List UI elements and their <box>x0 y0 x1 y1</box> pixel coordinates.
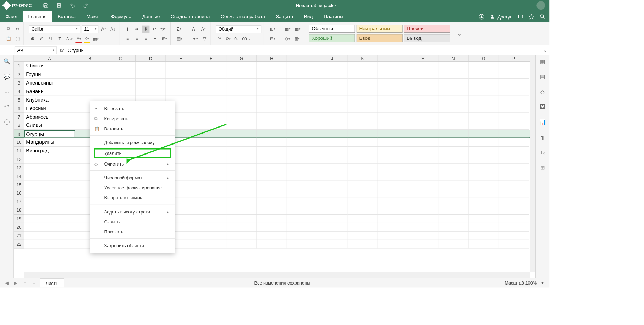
cell[interactable] <box>347 155 378 164</box>
cell[interactable] <box>499 223 529 232</box>
fill-color-button[interactable]: ◊▾ <box>84 35 90 42</box>
delete-cells-icon[interactable]: ⊟▾ <box>269 35 276 42</box>
cell[interactable] <box>378 96 408 104</box>
cell[interactable] <box>257 164 287 172</box>
cell[interactable] <box>226 121 257 130</box>
cell[interactable] <box>166 79 196 87</box>
cell[interactable] <box>257 189 287 197</box>
row-header[interactable]: 7 <box>14 113 24 121</box>
cell[interactable] <box>226 62 257 70</box>
cell[interactable] <box>226 96 257 104</box>
textart-settings-icon[interactable]: Tₐ <box>539 149 546 156</box>
cell[interactable] <box>347 130 378 137</box>
autosum-icon[interactable]: Σ▾ <box>176 25 182 32</box>
cell[interactable] <box>438 104 468 113</box>
cell[interactable] <box>287 147 317 155</box>
italic-button[interactable]: К <box>38 35 45 42</box>
cell[interactable] <box>499 87 529 96</box>
cell[interactable] <box>287 223 317 232</box>
cell[interactable] <box>468 215 499 223</box>
cell[interactable] <box>287 79 317 87</box>
cell[interactable] <box>347 113 378 121</box>
cell[interactable] <box>257 215 287 223</box>
font-color-button[interactable]: A▾ <box>76 35 82 42</box>
cell[interactable] <box>378 164 408 172</box>
cell[interactable] <box>499 180 529 189</box>
increase-font-icon[interactable]: A↑ <box>100 25 107 32</box>
column-header[interactable]: A <box>24 55 75 61</box>
menu-макет[interactable]: Макет <box>81 11 105 22</box>
save-icon[interactable] <box>43 2 49 9</box>
cell[interactable] <box>196 172 226 181</box>
cell[interactable] <box>408 155 438 164</box>
cell[interactable] <box>196 121 226 130</box>
cell[interactable] <box>347 232 378 240</box>
cell[interactable] <box>317 172 347 181</box>
print-icon[interactable] <box>56 2 62 9</box>
cell[interactable] <box>196 62 226 70</box>
cell[interactable] <box>105 87 136 96</box>
context-menu-item[interactable]: 📋Вставить <box>90 124 175 134</box>
filter-icon[interactable]: ▼▾ <box>191 35 199 42</box>
cell[interactable] <box>287 87 317 96</box>
cell[interactable] <box>196 113 226 121</box>
cell[interactable] <box>438 172 468 181</box>
align-center-icon[interactable]: ≡ <box>133 35 140 42</box>
insert-cells-icon[interactable]: ⊞▾ <box>269 25 276 32</box>
cell[interactable] <box>317 215 347 223</box>
cell[interactable] <box>468 87 499 96</box>
cell[interactable] <box>438 223 468 232</box>
cell[interactable] <box>438 197 468 206</box>
find-panel-icon[interactable]: 🔍 <box>4 58 10 65</box>
cell[interactable] <box>317 164 347 172</box>
row-header[interactable]: 15 <box>14 180 24 189</box>
cell[interactable] <box>468 189 499 197</box>
row-header[interactable]: 10 <box>14 138 24 147</box>
format-painter-icon[interactable]: ⬚ <box>14 35 21 42</box>
cell[interactable] <box>408 147 438 155</box>
cell[interactable] <box>468 147 499 155</box>
cell[interactable] <box>408 96 438 104</box>
cell[interactable] <box>499 79 529 87</box>
cell[interactable] <box>347 206 378 215</box>
cell[interactable] <box>24 189 75 197</box>
cell[interactable] <box>408 113 438 121</box>
column-header[interactable]: O <box>468 55 499 61</box>
cell[interactable] <box>257 147 287 155</box>
row-header[interactable]: 8 <box>14 121 24 130</box>
cell[interactable] <box>24 206 75 215</box>
cell[interactable] <box>24 223 75 232</box>
cell[interactable] <box>378 70 408 79</box>
cell[interactable] <box>317 189 347 197</box>
cell[interactable] <box>317 147 347 155</box>
menu-главная[interactable]: Главная <box>23 11 52 22</box>
menu-совместная работа[interactable]: Совместная работа <box>215 11 271 22</box>
cell[interactable] <box>438 87 468 96</box>
cell[interactable] <box>499 240 529 249</box>
cell[interactable] <box>468 240 499 249</box>
cell[interactable] <box>317 121 347 130</box>
styles-expand-icon[interactable]: ⌄ <box>456 31 463 37</box>
context-menu-item[interactable]: Числовой формат▸ <box>90 173 175 183</box>
cell-styles-gallery[interactable]: ОбычныйНейтральныйПлохойХорошийВводВывод <box>309 25 451 43</box>
cell[interactable] <box>257 104 287 113</box>
cell[interactable] <box>196 197 226 206</box>
cell[interactable] <box>499 96 529 104</box>
cut-icon[interactable]: ✂ <box>14 25 21 32</box>
column-header[interactable]: K <box>347 55 378 61</box>
column-header[interactable]: N <box>438 55 468 61</box>
cell[interactable] <box>408 189 438 197</box>
cell[interactable] <box>196 155 226 164</box>
cell[interactable] <box>317 232 347 240</box>
cell[interactable] <box>468 121 499 130</box>
align-justify-icon[interactable]: ≣ <box>152 35 159 42</box>
cell[interactable] <box>408 62 438 70</box>
currency-icon[interactable]: ₽▾ <box>225 35 232 42</box>
strikethrough-button[interactable]: Т <box>56 35 63 42</box>
paste-icon[interactable]: 📋 <box>5 35 12 42</box>
cell[interactable] <box>499 215 529 223</box>
spellcheck-panel-icon[interactable]: ᴬᴮ <box>4 104 10 110</box>
sheet-tab[interactable]: Лист1 <box>40 278 64 287</box>
cell[interactable] <box>287 96 317 104</box>
cell[interactable] <box>438 121 468 130</box>
